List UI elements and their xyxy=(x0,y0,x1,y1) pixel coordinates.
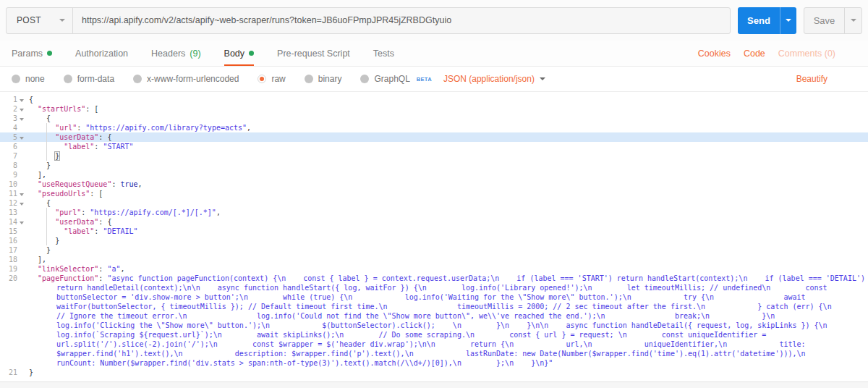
line-gutter[interactable]: 19 xyxy=(0,264,26,274)
code-line-17[interactable]: 17 } xyxy=(0,245,868,255)
method-select[interactable]: POST xyxy=(7,8,73,33)
code-line-content[interactable]: "pageFunction": "async function pageFunc… xyxy=(26,274,868,368)
code-line-19[interactable]: 19 "linkSelector": "a", xyxy=(0,264,868,274)
body-type-x-www-form-urlencoded[interactable]: x-www-form-urlencoded xyxy=(133,74,239,84)
line-gutter[interactable]: 2 xyxy=(0,104,26,114)
code-line-content[interactable]: "userData": { xyxy=(26,217,114,227)
beautify-link[interactable]: Beautify xyxy=(796,74,827,84)
line-gutter[interactable]: 10 xyxy=(0,180,26,189)
code-line-content[interactable]: "linkSelector": "a", xyxy=(26,264,127,274)
code-line-1[interactable]: 1{ xyxy=(0,95,868,104)
code-line-11[interactable]: 11 "pseudoUrls": [ xyxy=(0,189,868,198)
code-line-content[interactable]: "purl": "https://apify.com/[.*]/[.*]", xyxy=(26,208,224,217)
code-line-20[interactable]: 20 "pageFunction": "async function pageF… xyxy=(0,274,868,368)
code-editor[interactable]: 1{2 "startUrls": [3 {4 "url": "https://a… xyxy=(0,92,868,381)
fold-slot[interactable] xyxy=(17,114,26,123)
code-link[interactable]: Code xyxy=(744,48,765,59)
code-line-content[interactable]: ], xyxy=(26,255,49,264)
code-token: "https://apify.com/[.*]/[.*]" xyxy=(90,208,216,216)
fold-slot[interactable] xyxy=(17,95,26,104)
code-line-10[interactable]: 10 "useRequestQueue": true, xyxy=(0,180,868,189)
body-type-raw[interactable]: raw xyxy=(258,74,285,84)
line-gutter[interactable]: 20 xyxy=(0,274,26,283)
fold-slot[interactable] xyxy=(17,104,26,114)
code-line-content[interactable]: "url": "https://apify.com/library?type=a… xyxy=(26,123,254,132)
code-line-12[interactable]: 12 { xyxy=(0,198,868,208)
line-gutter[interactable]: 4 xyxy=(0,123,26,132)
line-gutter[interactable]: 17 xyxy=(0,245,26,255)
code-line-13[interactable]: 13 "purl": "https://apify.com/[.*]/[.*]"… xyxy=(0,208,868,217)
code-line-3[interactable]: 3 { xyxy=(0,114,868,123)
line-number: 12 xyxy=(0,198,17,208)
save-options-button[interactable] xyxy=(844,8,861,33)
code-line-content[interactable]: ], xyxy=(26,170,49,180)
tab-body[interactable]: Body xyxy=(224,41,255,66)
code-line-4[interactable]: 4 "url": "https://apify.com/library?type… xyxy=(0,123,868,132)
code-line-15[interactable]: 15 "label": "DETAIL" xyxy=(0,227,868,236)
code-line-21[interactable]: 21} xyxy=(0,368,868,377)
line-gutter[interactable]: 15 xyxy=(0,227,26,236)
fold-slot[interactable] xyxy=(17,198,26,208)
code-line-content[interactable]: } xyxy=(26,245,54,255)
line-gutter[interactable]: 1 xyxy=(0,95,26,104)
body-type-form-data[interactable]: form-data xyxy=(64,74,114,84)
comments-link[interactable]: Comments (0) xyxy=(778,48,835,59)
line-gutter[interactable]: 8 xyxy=(0,161,26,170)
code-line-content[interactable]: "pseudoUrls": [ xyxy=(26,189,106,198)
code-line-14[interactable]: 14 "userData": { xyxy=(0,217,868,227)
tab-params[interactable]: Params xyxy=(12,41,52,66)
code-line-content[interactable]: "useRequestQueue": true, xyxy=(26,180,145,189)
tab-pre-request-script[interactable]: Pre-request Script xyxy=(277,41,350,66)
line-gutter[interactable]: 3 xyxy=(0,114,26,123)
code-line-content[interactable]: } xyxy=(26,368,36,377)
code-line-18[interactable]: 18 ], xyxy=(0,255,868,264)
code-line-content[interactable]: { xyxy=(26,95,36,104)
code-line-content[interactable]: "label": "DETAIL" xyxy=(26,227,141,236)
send-options-button[interactable] xyxy=(780,7,796,34)
code-line-content[interactable]: "label": "START" xyxy=(26,142,137,151)
send-button[interactable]: Send xyxy=(738,7,780,34)
fold-slot[interactable] xyxy=(17,189,26,198)
tab-headers[interactable]: Headers(9) xyxy=(151,41,201,66)
save-button[interactable]: Save xyxy=(804,8,844,33)
code-line-5[interactable]: 5 "userData": { xyxy=(0,132,868,142)
code-line-9[interactable]: 9 ], xyxy=(0,170,868,180)
line-gutter[interactable]: 5 xyxy=(0,132,26,142)
code-line-2[interactable]: 2 "startUrls": [ xyxy=(0,104,868,114)
content-type-select[interactable]: JSON (application/json) xyxy=(443,74,545,84)
code-token xyxy=(29,246,46,254)
code-token: , xyxy=(247,124,251,132)
line-gutter[interactable]: 12 xyxy=(0,198,26,208)
body-type-graphql[interactable]: GraphQLBETA xyxy=(360,74,431,84)
line-gutter[interactable]: 13 xyxy=(0,208,26,217)
code-line-6[interactable]: 6 "label": "START" xyxy=(0,142,868,151)
line-gutter[interactable]: 16 xyxy=(0,236,26,245)
code-line-16[interactable]: 16 } xyxy=(0,236,868,245)
fold-slot[interactable] xyxy=(17,132,26,142)
tab-tests[interactable]: Tests xyxy=(373,41,394,66)
line-gutter[interactable]: 7 xyxy=(0,151,26,161)
cookies-link[interactable]: Cookies xyxy=(698,48,731,59)
code-line-content[interactable]: "userData": { xyxy=(26,132,114,142)
line-gutter[interactable]: 18 xyxy=(0,255,26,264)
body-type-none[interactable]: none xyxy=(12,74,45,84)
code-line-content[interactable]: { xyxy=(26,198,54,208)
line-gutter[interactable]: 21 xyxy=(0,368,26,377)
line-gutter[interactable]: 9 xyxy=(0,170,26,180)
code-token: { xyxy=(29,96,33,104)
body-type-binary[interactable]: binary xyxy=(305,74,342,84)
code-line-content[interactable]: { xyxy=(26,114,54,123)
tab-authorization[interactable]: Authorization xyxy=(75,41,128,66)
code-line-content[interactable]: "startUrls": [ xyxy=(26,104,101,114)
line-gutter[interactable]: 6 xyxy=(0,142,26,151)
url-input[interactable] xyxy=(73,8,730,33)
code-line-content[interactable]: } xyxy=(26,161,54,170)
fold-slot[interactable] xyxy=(17,217,26,227)
line-gutter[interactable]: 14 xyxy=(0,217,26,227)
line-number: 5 xyxy=(0,132,17,142)
code-line-content[interactable]: } xyxy=(26,236,62,245)
line-gutter[interactable]: 11 xyxy=(0,189,26,198)
code-line-content[interactable]: } xyxy=(26,151,62,161)
code-line-8[interactable]: 8 } xyxy=(0,161,868,170)
code-line-7[interactable]: 7 } xyxy=(0,151,868,161)
